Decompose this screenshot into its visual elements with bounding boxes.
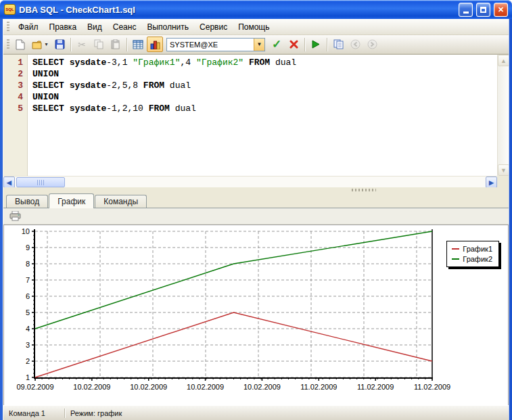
toolbar-grip[interactable] [7,39,9,50]
copy-script-icon [333,39,344,49]
close-button[interactable]: ✕ [494,3,508,17]
paste-icon [111,39,120,49]
print-button[interactable] [7,210,22,223]
commit-button[interactable]: ✓ [269,37,285,52]
open-dropdown-arrow[interactable]: ▾ [45,41,47,47]
chart-icon [150,40,160,49]
app-icon: SQL [4,4,16,15]
status-command: Команда 1 [3,409,64,417]
svg-text:11.02.2009: 11.02.2009 [414,383,450,391]
scroll-down-button[interactable]: ▼ [498,164,509,176]
copy-script-button[interactable] [330,37,346,52]
menu-item-6[interactable]: Помощь [233,20,275,34]
open-folder-icon [32,40,44,49]
cut-button[interactable]: ✂ [74,37,90,52]
window-title: DBA SQL - CheckChart1.sql [19,5,455,15]
menu-item-0[interactable]: Файл [13,20,44,34]
svg-text:10.02.2009: 10.02.2009 [73,383,110,391]
tab-output[interactable]: Вывод [6,195,48,208]
new-file-icon [16,39,25,50]
rollback-button[interactable] [285,37,302,52]
printer-icon [9,211,21,221]
scroll-up-button[interactable]: ▲ [498,55,509,66]
status-bar: Команда 1 Режим: график [3,405,509,420]
svg-text:11.02.2009: 11.02.2009 [300,383,337,391]
open-file-button[interactable]: ▾ [29,37,51,52]
chart-legend: График1 График2 [446,241,499,267]
check-icon: ✓ [272,37,281,51]
editor-horizontal-scrollbar[interactable]: ◀ ▶ [3,176,497,187]
scroll-left-button[interactable]: ◀ [3,177,15,188]
connection-value: SYSTEM@XE [167,41,254,49]
nav-forward-button[interactable] [364,37,380,52]
legend-item: График1 [452,243,492,254]
tab-commands[interactable]: Команды [95,195,147,208]
svg-text:10.02.2009: 10.02.2009 [130,383,167,391]
line-number: 4 [3,91,23,103]
execute-button[interactable] [308,37,324,52]
status-mode: Режим: график [65,409,127,417]
chevron-right-icon: ▶ [489,179,494,186]
copy-icon [94,39,103,49]
line-number: 2 [3,68,23,80]
legend-item: График2 [452,254,492,264]
play-icon [312,40,320,49]
code-area[interactable]: SELECT sysdate-3,1 "График1",4 "График2"… [28,55,497,176]
window-content: ФайлПравкаВидСеансВыполнитьСервисПомощь … [3,19,509,420]
svg-text:6: 6 [26,292,30,300]
toolbar-separator [70,38,71,51]
chevron-down-icon: ▼ [501,167,507,174]
minimize-button[interactable] [459,3,473,17]
combobox-dropdown-button[interactable]: ▼ [254,39,264,51]
svg-text:10: 10 [22,227,30,235]
chart-page-toolbar [3,208,509,225]
menu-item-2[interactable]: Вид [82,20,108,34]
line-number: 1 [3,57,23,68]
connection-combobox[interactable]: SYSTEM@XE ▼ [166,38,265,51]
menubar-grip[interactable] [7,22,9,32]
scroll-right-button[interactable]: ▶ [486,177,497,188]
svg-text:09.02.2009: 09.02.2009 [16,383,53,391]
nav-back-button[interactable] [347,37,363,52]
svg-text:4: 4 [26,325,30,333]
code-line: SELECT sysdate-2,5,8 FROM dual [32,80,497,91]
menu-item-4[interactable]: Выполнить [141,20,194,34]
legend-label-series2: График2 [463,255,492,263]
menu-item-1[interactable]: Правка [44,20,83,34]
close-icon: ✕ [498,6,504,14]
chart-button[interactable] [147,37,163,52]
data-grid-button[interactable] [130,37,146,52]
svg-text:2: 2 [26,357,30,365]
save-button[interactable] [51,37,68,52]
save-floppy-icon [55,39,65,49]
legend-swatch-series1 [452,248,459,250]
new-file-button[interactable] [12,37,28,52]
menu-item-5[interactable]: Сервис [194,20,233,34]
svg-text:11.02.2009: 11.02.2009 [357,383,394,391]
code-line: UNION [32,68,497,80]
editor-vertical-scrollbar[interactable]: ▲ ▼ [497,55,509,176]
tab-chart[interactable]: График [49,193,94,208]
copy-button[interactable] [91,37,107,52]
chevron-up-icon: ▲ [501,57,507,64]
svg-text:5: 5 [26,308,30,317]
hscroll-track[interactable] [66,177,486,187]
maximize-button[interactable] [476,3,490,17]
chart-panel: 1234567891009.02.200910.02.200910.02.200… [3,225,509,405]
red-x-icon [289,40,298,49]
toolbar-separator [126,38,127,51]
line-number: 5 [3,103,23,114]
main-toolbar: ▾ ✂ [3,35,509,54]
svg-text:8: 8 [26,260,30,268]
paste-button[interactable] [108,37,124,52]
code-line: SELECT sysdate-1,2,10 FROM dual [32,103,497,114]
toolbar-separator [327,38,327,51]
maximize-icon [480,7,486,13]
menu-item-3[interactable]: Сеанс [108,20,142,34]
circle-arrow-left-icon [350,39,360,49]
app-window: SQL DBA SQL - CheckChart1.sql ✕ ФайлПрав… [0,0,512,420]
hscroll-thumb[interactable] [16,177,65,187]
svg-text:10.02.2009: 10.02.2009 [243,383,281,391]
svg-text:1: 1 [26,373,30,381]
pane-splitter[interactable] [3,187,509,193]
